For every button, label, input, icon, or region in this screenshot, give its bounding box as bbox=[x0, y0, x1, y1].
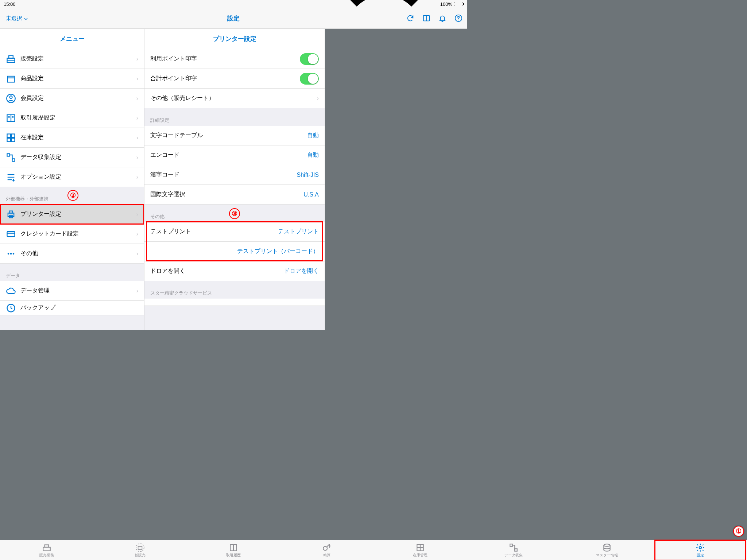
page-title: 設定 bbox=[227, 14, 240, 23]
svg-rect-6 bbox=[8, 76, 15, 82]
svg-rect-18 bbox=[7, 138, 11, 141]
section-header-detail: 詳細設定 bbox=[144, 108, 325, 126]
menu-item-label: クレジットカード設定 bbox=[20, 230, 79, 238]
chevron-right-icon: › bbox=[136, 95, 138, 102]
menu-item-sales-settings[interactable]: 販売設定 › bbox=[0, 49, 144, 69]
menu-item-option-settings[interactable]: オプション設定 › bbox=[0, 167, 144, 187]
menu-item-product-settings[interactable]: 商品設定 › bbox=[0, 69, 144, 89]
chevron-right-icon: › bbox=[136, 56, 138, 62]
setting-value[interactable]: テストプリント（バーコード） bbox=[237, 248, 319, 255]
setting-label: 漢字コード bbox=[150, 171, 179, 179]
menu-item-stock-settings[interactable]: 在庫設定 › bbox=[0, 128, 144, 148]
battery-pct: 100% bbox=[440, 1, 452, 7]
setting-label: 利用ポイント印字 bbox=[150, 55, 197, 63]
toggle-on[interactable] bbox=[300, 53, 319, 65]
setting-encode[interactable]: エンコード 自動 bbox=[144, 145, 325, 165]
setting-test-print-barcode[interactable]: テストプリント（バーコード） bbox=[144, 242, 325, 261]
top-nav: 未選択 設定 bbox=[0, 8, 467, 29]
svg-rect-30 bbox=[7, 232, 15, 237]
setting-kanji-code[interactable]: 漢字コード Shift-JIS bbox=[144, 165, 325, 185]
chevron-right-icon: › bbox=[136, 135, 138, 141]
box-icon bbox=[6, 74, 16, 84]
nav-left-selector[interactable]: 未選択 bbox=[6, 15, 28, 22]
annotation-3: ③ bbox=[229, 208, 240, 219]
setting-label: その他（販売レシート） bbox=[150, 94, 214, 102]
setting-total-point-print[interactable]: 合計ポイント印字 bbox=[144, 69, 325, 89]
svg-point-34 bbox=[13, 253, 15, 254]
refresh-icon[interactable] bbox=[406, 14, 414, 22]
menu-item-member-settings[interactable]: 会員設定 › bbox=[0, 89, 144, 108]
detail-header: プリンター設定 bbox=[144, 29, 325, 49]
chevron-right-icon: › bbox=[136, 250, 138, 257]
menu-item-label: データ管理 bbox=[20, 287, 50, 295]
clock-icon bbox=[6, 303, 16, 313]
setting-label: ドロアを開く bbox=[150, 267, 185, 275]
menu-item-credit-card-settings[interactable]: クレジットカード設定 › bbox=[0, 224, 144, 244]
detail-column: プリンター設定 利用ポイント印字 合計ポイント印字 その他（販売レシート） › … bbox=[144, 29, 325, 330]
setting-value[interactable]: ドロアを開く bbox=[284, 267, 319, 275]
menu-item-label: 販売設定 bbox=[20, 55, 44, 63]
printer-icon bbox=[6, 209, 16, 219]
chevron-right-icon: › bbox=[136, 75, 138, 82]
svg-rect-28 bbox=[9, 211, 12, 213]
menu-item-label: 在庫設定 bbox=[20, 134, 44, 141]
grid-icon bbox=[6, 133, 16, 143]
setting-value[interactable]: テストプリント bbox=[278, 228, 319, 236]
menu-item-label: バックアップ bbox=[20, 304, 55, 312]
svg-rect-4 bbox=[9, 55, 13, 58]
setting-label: 国際文字選択 bbox=[150, 191, 185, 198]
menu-item-history-settings[interactable]: 取引履歴設定 › bbox=[0, 108, 144, 128]
bell-icon[interactable] bbox=[438, 14, 446, 22]
menu-item-printer-settings[interactable]: プリンター設定 › bbox=[0, 205, 144, 224]
menu-item-data-collect-settings[interactable]: データ収集設定 › bbox=[0, 148, 144, 167]
setting-other-receipt[interactable]: その他（販売レシート） › bbox=[144, 89, 325, 108]
svg-point-9 bbox=[10, 96, 12, 98]
user-icon bbox=[6, 93, 16, 104]
battery-icon bbox=[454, 2, 463, 6]
svg-rect-17 bbox=[11, 134, 15, 137]
setting-intl-char[interactable]: 国際文字選択 U.S.A bbox=[144, 185, 325, 205]
book-icon bbox=[6, 113, 16, 123]
menu-item-label: オプション設定 bbox=[20, 173, 61, 181]
chevron-right-icon: › bbox=[136, 174, 138, 180]
setting-value: 自動 bbox=[307, 132, 319, 139]
menu-item-label: データ収集設定 bbox=[20, 153, 61, 161]
empty-column bbox=[325, 29, 467, 330]
list-plus-icon bbox=[6, 172, 16, 182]
menu-item-other-external[interactable]: その他 › bbox=[0, 244, 144, 264]
chevron-down-icon bbox=[24, 16, 28, 20]
svg-rect-19 bbox=[11, 138, 15, 141]
chevron-right-icon: › bbox=[136, 288, 138, 294]
annotation-2: ② bbox=[67, 190, 78, 201]
cloud-icon bbox=[6, 286, 16, 296]
menu-item-label: 取引履歴設定 bbox=[20, 114, 55, 122]
menu-header: メニュー bbox=[0, 29, 144, 49]
menu-item-data-manage[interactable]: データ管理 › bbox=[0, 281, 144, 301]
setting-cloud-row[interactable] bbox=[144, 299, 325, 306]
chevron-right-icon: › bbox=[136, 211, 138, 218]
setting-char-code-table[interactable]: 文字コードテーブル 自動 bbox=[144, 126, 325, 145]
section-header-external: 外部機器・外部連携 ② bbox=[0, 187, 144, 205]
menu-item-backup[interactable]: バックアップ bbox=[0, 301, 144, 315]
toggle-on[interactable] bbox=[300, 73, 319, 85]
register-icon bbox=[6, 54, 16, 64]
setting-label: 合計ポイント印字 bbox=[150, 75, 197, 82]
menu-column: メニュー 販売設定 › 商品設定 › 会員設定 › 取引履歴設定 › 在庫設定 … bbox=[0, 29, 144, 330]
setting-value: U.S.A bbox=[303, 191, 319, 198]
menu-item-label: 会員設定 bbox=[20, 94, 44, 102]
setting-label: エンコード bbox=[150, 151, 179, 159]
setting-use-point-print[interactable]: 利用ポイント印字 bbox=[144, 49, 325, 69]
chevron-right-icon: › bbox=[136, 115, 138, 121]
setting-value: 自動 bbox=[307, 151, 319, 159]
section-header-other: その他 ③ bbox=[144, 205, 325, 222]
menu-item-label: その他 bbox=[20, 250, 38, 257]
help-icon[interactable] bbox=[454, 14, 462, 22]
panels-icon[interactable] bbox=[422, 14, 430, 22]
setting-test-print[interactable]: テストプリント テストプリント bbox=[144, 222, 325, 242]
section-header-cloud: スター精密クラウドサービス bbox=[144, 281, 325, 299]
status-bar: 15:00 100% bbox=[0, 0, 467, 8]
setting-label: 文字コードテーブル bbox=[150, 132, 203, 139]
setting-open-drawer[interactable]: ドロアを開く ドロアを開く bbox=[144, 261, 325, 281]
dots-icon bbox=[6, 249, 16, 259]
svg-point-33 bbox=[10, 253, 12, 254]
